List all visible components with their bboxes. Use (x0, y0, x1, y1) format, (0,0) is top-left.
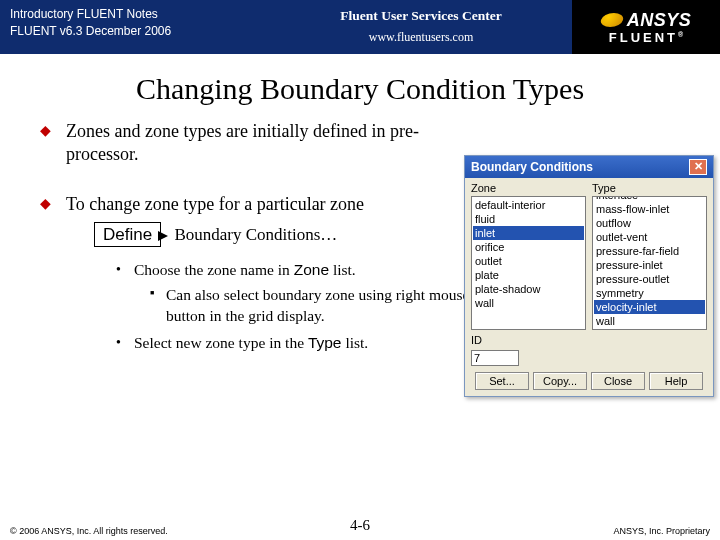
bullet-2: To change zone type for a particular zon… (40, 193, 440, 354)
id-input[interactable]: 7 (471, 350, 519, 366)
bullet-1: Zones and zone types are initially defin… (40, 120, 440, 167)
zone-item[interactable]: inlet (473, 226, 584, 240)
footer-right: ANSYS, Inc. Proprietary (613, 526, 710, 536)
zone-item[interactable]: wall (473, 296, 584, 310)
type-item[interactable]: symmetry (594, 286, 705, 300)
logo-block: ANSYS FLUENT® (572, 0, 720, 54)
fluent-logo: FLUENT® (609, 31, 683, 44)
sub2-list: Can also select boundary zone using righ… (150, 285, 486, 327)
type-item[interactable]: outlet-vent (594, 230, 705, 244)
zone-item[interactable]: fluid (473, 212, 584, 226)
zone-item[interactable]: default-interior (473, 198, 584, 212)
dialog-body: Zone default-interiorfluidinletorificeou… (465, 178, 713, 396)
sub-2: Select new zone type in the Type list. (116, 333, 486, 354)
type-listbox[interactable]: inlet-ventintake-faninterfacemass-flow-i… (592, 196, 707, 330)
header-center: Fluent User Services Center www.fluentus… (270, 0, 572, 54)
sub-list: Choose the zone name in Zone list. Can a… (116, 260, 486, 354)
notes-line2: FLUENT v6.3 December 2006 (10, 23, 260, 40)
close-icon[interactable]: ✕ (689, 159, 707, 175)
service-center-url: www.fluentusers.com (280, 30, 562, 45)
type-item[interactable]: pressure-inlet (594, 258, 705, 272)
help-button[interactable]: Help (649, 372, 703, 390)
menu-path: Define Boundary Conditions… (94, 224, 440, 246)
header-bar: Introductory FLUENT Notes FLUENT v6.3 De… (0, 0, 720, 54)
set-button[interactable]: Set... (475, 372, 529, 390)
boundary-conditions-dialog: Boundary Conditions ✕ Zone default-inter… (464, 155, 714, 397)
type-item[interactable]: mass-flow-inlet (594, 202, 705, 216)
id-label: ID (471, 334, 482, 346)
zone-item[interactable]: plate (473, 268, 584, 282)
type-label: Type (592, 182, 707, 194)
type-item[interactable]: pressure-far-field (594, 244, 705, 258)
type-item[interactable]: velocity-inlet (594, 300, 705, 314)
slide-title: Changing Boundary Condition Types (0, 72, 720, 106)
zone-item[interactable]: outlet (473, 254, 584, 268)
bc-menu-item: Boundary Conditions… (174, 225, 337, 244)
id-row: ID (471, 334, 707, 346)
dialog-title-text: Boundary Conditions (471, 160, 593, 174)
footer-left: © 2006 ANSYS, Inc. All rights reserved. (10, 526, 168, 536)
dialog-titlebar[interactable]: Boundary Conditions ✕ (465, 156, 713, 178)
swoosh-icon (599, 13, 625, 27)
define-menu: Define (94, 222, 161, 247)
zone-label: Zone (471, 182, 586, 194)
sub2-1: Can also select boundary zone using righ… (150, 285, 486, 327)
zone-listbox[interactable]: default-interiorfluidinletorificeoutletp… (471, 196, 586, 330)
header-notes: Introductory FLUENT Notes FLUENT v6.3 De… (0, 0, 270, 54)
page-number: 4-6 (350, 517, 370, 534)
type-item[interactable]: outflow (594, 216, 705, 230)
type-item[interactable]: wall (594, 314, 705, 328)
zone-item[interactable]: orifice (473, 240, 584, 254)
dialog-buttons: Set...Copy...CloseHelp (471, 372, 707, 390)
footer: © 2006 ANSYS, Inc. All rights reserved. … (0, 526, 720, 536)
ansys-text: ANSYS (627, 10, 692, 31)
notes-line1: Introductory FLUENT Notes (10, 6, 260, 23)
service-center-title: Fluent User Services Center (280, 8, 562, 24)
close-button[interactable]: Close (591, 372, 645, 390)
zone-item[interactable]: plate-shadow (473, 282, 584, 296)
copy-button[interactable]: Copy... (533, 372, 587, 390)
ansys-logo: ANSYS (601, 10, 692, 31)
sub-1: Choose the zone name in Zone list. Can a… (116, 260, 486, 327)
type-item[interactable]: pressure-outlet (594, 272, 705, 286)
bullet-list: Zones and zone types are initially defin… (40, 120, 440, 354)
